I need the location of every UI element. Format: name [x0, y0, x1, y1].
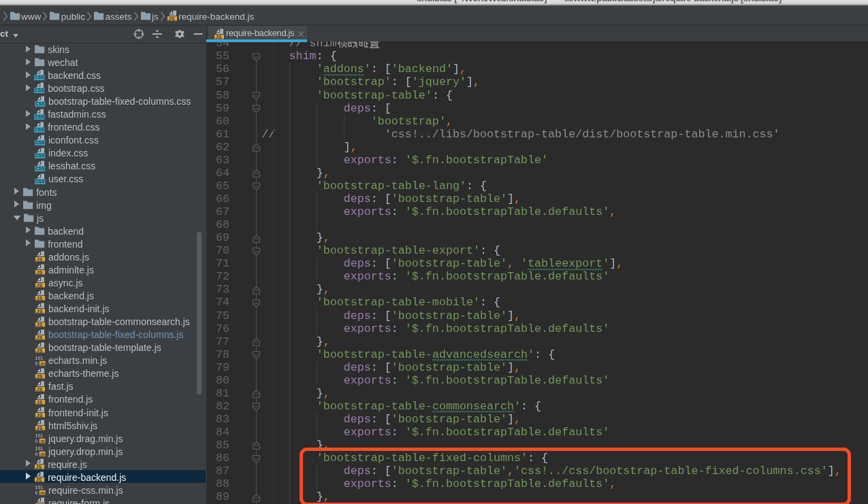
svg-text:JS: JS [36, 256, 42, 262]
svg-text:JS: JS [36, 399, 42, 405]
svg-text:CSS: CSS [35, 140, 45, 145]
svg-text:CSS: CSS [35, 101, 45, 106]
svg-text:JS: JS [36, 308, 42, 314]
svg-text:JS: JS [215, 34, 221, 39]
svg-text:JS: JS [36, 412, 42, 418]
svg-text:JS: JS [36, 334, 42, 339]
svg-text:101: 101 [35, 485, 44, 490]
svg-text:0: 0 [35, 452, 38, 456]
svg-text:101: 101 [35, 433, 44, 438]
svg-text:JS: JS [36, 348, 42, 353]
svg-text:JS: JS [36, 269, 42, 275]
svg-text:CSS: CSS [35, 88, 44, 93]
svg-text:JS: JS [36, 373, 42, 379]
svg-text:JS: JS [35, 477, 42, 482]
svg-text:JS: JS [39, 360, 45, 365]
svg-text:JS: JS [36, 386, 42, 392]
svg-text:CSS: CSS [35, 75, 44, 80]
svg-text:0: 0 [35, 490, 38, 495]
svg-text:JS: JS [36, 425, 42, 431]
svg-text:0: 0 [35, 439, 38, 443]
svg-text:JS: JS [39, 490, 45, 495]
svg-text:CSS: CSS [35, 153, 45, 158]
svg-text:101: 101 [35, 446, 44, 451]
svg-text:CSS: CSS [35, 127, 44, 132]
svg-text:CSS: CSS [35, 114, 44, 119]
svg-text:JS: JS [39, 452, 45, 456]
svg-text:JS: JS [36, 282, 42, 288]
svg-text:0: 0 [35, 361, 38, 366]
svg-text:CSS: CSS [35, 166, 45, 171]
svg-text:JS: JS [36, 295, 42, 301]
svg-text:JS: JS [35, 464, 42, 469]
svg-text:CSS: CSS [35, 179, 45, 184]
svg-text:101: 101 [35, 355, 44, 360]
svg-text:JS: JS [36, 321, 42, 326]
svg-text:JS: JS [168, 16, 174, 21]
svg-text:JS: JS [39, 439, 45, 443]
